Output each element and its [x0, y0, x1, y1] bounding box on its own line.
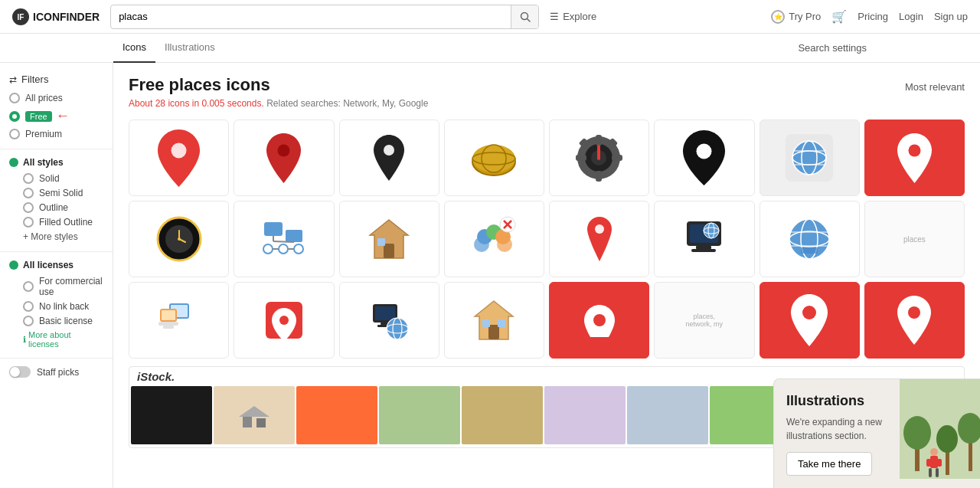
icon-cell-9[interactable]	[129, 201, 229, 277]
no-link-option[interactable]: No link back	[9, 301, 103, 312]
commercial-option[interactable]: For commercial use	[9, 276, 103, 297]
green-dot-licenses	[9, 260, 18, 270]
icon-cell-13[interactable]	[549, 201, 649, 277]
toggle[interactable]	[9, 366, 31, 378]
icon-cell-1[interactable]	[129, 120, 229, 196]
price-filters: All prices Free ← Premium	[0, 93, 113, 139]
svg-marker-92	[239, 406, 270, 417]
more-styles-link[interactable]: + More styles	[9, 231, 103, 242]
svg-line-3	[527, 18, 530, 21]
icon-cell-2[interactable]	[234, 120, 334, 196]
signup-link[interactable]: Sign up	[934, 11, 968, 22]
license-filters: All licenses For commercial use No link …	[0, 260, 113, 349]
outline-option[interactable]: Outline	[9, 202, 103, 213]
icon-cell-23[interactable]	[760, 282, 860, 359]
sort-label[interactable]: Most relevant	[905, 81, 965, 93]
svg-rect-44	[384, 244, 394, 258]
pro-icon: ⭐	[771, 10, 785, 24]
svg-point-4	[172, 142, 187, 158]
icon-cell-15[interactable]	[760, 201, 860, 277]
more-about-licenses[interactable]: ℹ More about licenses	[9, 330, 103, 349]
icon-cell-5[interactable]	[549, 120, 649, 196]
svg-line-37	[273, 241, 294, 242]
free-option[interactable]: Free ←	[9, 108, 103, 124]
icon-cell-3[interactable]	[339, 120, 439, 196]
svg-rect-17	[612, 155, 622, 161]
search-button[interactable]	[511, 5, 538, 29]
svg-point-88	[593, 314, 606, 326]
svg-point-6	[384, 145, 394, 156]
all-prices-option[interactable]: All prices	[9, 93, 103, 103]
tab-icons[interactable]: Icons	[113, 34, 155, 63]
icon-cell-20[interactable]	[444, 282, 544, 359]
icon-cell-18[interactable]	[234, 282, 334, 359]
semi-solid-radio	[23, 188, 34, 198]
svg-rect-36	[286, 230, 302, 242]
icon-cell-6[interactable]	[654, 120, 754, 196]
small-red-pin-icon	[587, 217, 612, 261]
icon-cell-17[interactable]	[129, 282, 229, 359]
svg-point-9	[472, 145, 515, 172]
premium-option[interactable]: Premium	[9, 129, 103, 139]
logo[interactable]: IF ICONFINDER	[12, 8, 100, 25]
computer-globe-icon	[367, 298, 411, 342]
svg-point-90	[908, 306, 920, 319]
filled-outline-radio	[23, 217, 34, 228]
black-pin-icon	[374, 135, 404, 181]
icon-cell-21[interactable]	[549, 282, 649, 359]
svg-rect-62	[691, 249, 716, 252]
svg-point-54	[595, 224, 604, 234]
solid-option[interactable]: Solid	[9, 173, 103, 184]
thumb-7[interactable]	[627, 386, 708, 444]
header-right: ⭐ Try Pro 🛒 Pricing Login Sign up	[771, 9, 968, 24]
icon-cell-4[interactable]	[444, 120, 544, 196]
hamburger-icon: ☰	[550, 11, 559, 22]
logo-icon: IF	[12, 8, 29, 25]
explore-button[interactable]: ☰ Explore	[550, 11, 596, 22]
login-link[interactable]: Login	[899, 11, 923, 22]
icon-cell-11[interactable]	[339, 201, 439, 277]
svg-rect-72	[158, 322, 178, 326]
icon-cell-16[interactable]: places	[864, 201, 965, 277]
search-settings-link[interactable]: Search settings	[798, 42, 867, 54]
illustration-graphic	[896, 379, 980, 488]
thumb-3[interactable]	[296, 386, 377, 444]
thumb-1[interactable]	[131, 386, 212, 444]
icon-cell-12[interactable]	[444, 201, 544, 277]
icon-cell-22[interactable]: places,network, my	[654, 282, 754, 359]
thumb-4[interactable]	[379, 386, 460, 444]
icon-cell-14[interactable]	[654, 201, 754, 277]
svg-rect-91	[243, 415, 252, 427]
basic-license-radio	[23, 316, 34, 326]
staff-picks-toggle[interactable]: Staff picks	[0, 366, 113, 378]
related-network[interactable]: Network	[343, 98, 377, 109]
related-google[interactable]: Google	[399, 98, 429, 109]
pricing-link[interactable]: Pricing	[858, 11, 888, 22]
take-me-there-button[interactable]: Take me there	[786, 452, 872, 476]
info-icon: ℹ	[23, 335, 26, 345]
icon-cell-24[interactable]	[864, 282, 965, 359]
thumb-5[interactable]	[462, 386, 543, 444]
svg-point-28	[908, 144, 920, 156]
svg-rect-61	[696, 246, 711, 249]
svg-rect-102	[930, 456, 938, 468]
search-input[interactable]	[111, 11, 511, 22]
filters-header: ⇄ Filters	[0, 70, 113, 93]
icon-cell-19[interactable]	[339, 282, 439, 359]
filled-outline-option[interactable]: Filled Outline	[9, 217, 103, 228]
cart-icon[interactable]: 🛒	[831, 9, 847, 24]
clock-folder-icon	[155, 215, 203, 263]
icon-cell-10[interactable]	[234, 201, 334, 277]
icon-cell-8[interactable]	[864, 120, 965, 196]
related-my[interactable]: My	[382, 98, 394, 109]
thumb-2[interactable]	[214, 386, 295, 444]
icon-cell-7[interactable]	[760, 120, 860, 196]
tab-illustrations[interactable]: Illustrations	[155, 34, 224, 63]
monitors-icon	[155, 300, 203, 342]
basic-license-option[interactable]: Basic license	[9, 316, 103, 326]
svg-point-22	[697, 144, 712, 159]
search-bar	[110, 5, 539, 29]
try-pro-button[interactable]: ⭐ Try Pro	[771, 10, 821, 24]
thumb-6[interactable]	[544, 386, 626, 444]
semi-solid-option[interactable]: Semi Solid	[9, 188, 103, 198]
